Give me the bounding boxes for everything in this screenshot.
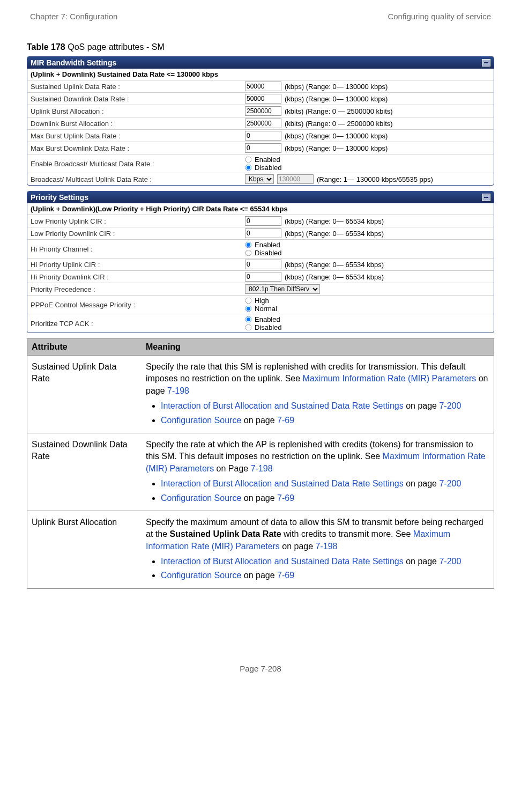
field-label: Broadcast/ Multicast Uplink Data Rate : xyxy=(27,175,245,183)
form-row: Max Burst Uplink Data Rate : (kbps) (Ran… xyxy=(27,129,494,142)
field-label: Priority Precedence : xyxy=(27,285,245,293)
radio-label: Enabled xyxy=(255,315,280,323)
link-config-source[interactable]: Configuration Source xyxy=(161,416,241,425)
link-burst-interaction[interactable]: Interaction of Burst Allocation and Sust… xyxy=(161,557,404,566)
field-label: Enable Broadcast/ Multicast Data Rate : xyxy=(27,160,245,168)
field-label: Uplink Burst Allocation : xyxy=(27,107,245,115)
text: on page xyxy=(404,479,440,488)
panel-header: MIR Bandwidth Settings xyxy=(27,57,494,69)
form-row: Hi Priority Uplink CIR : (kbps) (Range: … xyxy=(27,258,494,270)
page-ref-link[interactable]: 7-69 xyxy=(277,571,294,580)
form-row: Enable Broadcast/ Multicast Data Rate : … xyxy=(27,154,494,173)
field-label: Hi Priority Channel : xyxy=(27,245,245,253)
tcp-ack-disabled-radio[interactable]: Disabled xyxy=(245,323,282,331)
table-header-row: Attribute Meaning xyxy=(27,339,494,356)
broadcast-disabled-radio[interactable]: Disabled xyxy=(245,164,282,172)
field-label: Sustained Uplink Data Rate : xyxy=(27,83,245,91)
field-label: Downlink Burst Allocation : xyxy=(27,120,245,128)
downlink-burst-input[interactable] xyxy=(245,119,281,128)
list-item: Interaction of Burst Allocation and Sust… xyxy=(161,400,488,412)
field-hint: (kbps) (Range: 0— 65534 kbps) xyxy=(285,273,384,281)
max-burst-downlink-input[interactable] xyxy=(245,143,281,153)
hi-pri-downlink-cir-input[interactable] xyxy=(245,272,281,282)
form-row: PPPoE Control Message Priority : High No… xyxy=(27,295,494,314)
text: on Page xyxy=(214,464,251,473)
attr-name: Uplink Burst Allocation xyxy=(27,511,142,588)
pppoe-high-radio[interactable]: High xyxy=(245,297,277,305)
low-pri-downlink-cir-input[interactable] xyxy=(245,228,281,238)
attr-name: Sustained Downlink Data Rate xyxy=(27,433,142,511)
page-ref-link[interactable]: 7-198 xyxy=(316,542,338,551)
form-row: Low Priority Uplink CIR : (kbps) (Range:… xyxy=(27,215,494,227)
link-burst-interaction[interactable]: Interaction of Burst Allocation and Sust… xyxy=(161,401,404,410)
field-hint: (kbits) (Range: 0 — 2500000 kbits) xyxy=(285,107,393,115)
collapse-icon[interactable] xyxy=(482,194,490,201)
page-ref-link[interactable]: 7-198 xyxy=(251,464,273,473)
panel-title: Priority Settings xyxy=(31,193,88,202)
form-row: Broadcast/ Multicast Uplink Data Rate : … xyxy=(27,173,494,185)
broadcast-rate-input[interactable] xyxy=(277,174,314,184)
page-ref-link[interactable]: 7-198 xyxy=(167,386,189,395)
field-label: Low Priority Uplink CIR : xyxy=(27,217,245,225)
radio-label: Disabled xyxy=(255,164,282,172)
list-item: Configuration Source on page 7-69 xyxy=(161,570,488,581)
link-config-source[interactable]: Configuration Source xyxy=(161,571,241,580)
list-item: Configuration Source on page 7-69 xyxy=(161,492,488,504)
page-ref-link[interactable]: 7-200 xyxy=(439,557,461,566)
table-row: Sustained Uplink Data Rate Specify the r… xyxy=(27,356,494,433)
form-row: Sustained Uplink Data Rate : (kbps) (Ran… xyxy=(27,80,494,92)
attr-name: Sustained Uplink Data Rate xyxy=(27,356,142,433)
page-ref-link[interactable]: 7-200 xyxy=(439,401,461,410)
collapse-icon[interactable] xyxy=(482,59,490,67)
form-row: Hi Priority Downlink CIR : (kbps) (Range… xyxy=(27,270,494,283)
form-row: Prioritize TCP ACK : Enabled Disabled xyxy=(27,314,494,333)
hi-pri-uplink-cir-input[interactable] xyxy=(245,260,281,269)
section-label: Configuring quality of service xyxy=(388,12,491,21)
field-hint: (kbps) (Range: 0— 65534 kbps) xyxy=(285,217,384,225)
sustained-uplink-input[interactable] xyxy=(245,82,281,91)
panel-subheader: (Uplink + Downlink)(Low Priority + High … xyxy=(27,203,494,215)
table-row: Sustained Downlink Data Rate Specify the… xyxy=(27,433,494,511)
field-hint: (kbps) (Range: 0— 130000 kbps) xyxy=(285,144,388,152)
field-label: Sustained Downlink Data Rate : xyxy=(27,95,245,103)
hi-channel-enabled-radio[interactable]: Enabled xyxy=(245,241,282,249)
attr-meaning: Specify the maximum amount of data to al… xyxy=(142,511,494,588)
field-hint: (kbps) (Range: 0— 65534 kbps) xyxy=(285,261,384,269)
hi-channel-disabled-radio[interactable]: Disabled xyxy=(245,249,282,257)
mir-bandwidth-panel: MIR Bandwidth Settings (Uplink + Downlin… xyxy=(27,56,494,186)
page-number: Page 7-208 xyxy=(27,589,494,673)
list-item: Interaction of Burst Allocation and Sust… xyxy=(161,478,488,490)
pppoe-normal-radio[interactable]: Normal xyxy=(245,305,277,313)
link-burst-interaction[interactable]: Interaction of Burst Allocation and Sust… xyxy=(161,479,404,488)
radio-label: Enabled xyxy=(255,156,280,164)
broadcast-unit-select[interactable]: Kbps xyxy=(245,174,274,184)
field-label: Prioritize TCP ACK : xyxy=(27,320,245,328)
link-mir-parameters[interactable]: Maximum Information Rate (MIR) Parameter… xyxy=(303,374,477,383)
page-ref-link[interactable]: 7-200 xyxy=(439,479,461,488)
form-row: Downlink Burst Allocation : (kbits) (Ran… xyxy=(27,117,494,129)
page-ref-link[interactable]: 7-69 xyxy=(277,493,294,503)
field-label: Max Burst Downlink Data Rate : xyxy=(27,144,245,152)
field-hint: (kbps) (Range: 0— 130000 kbps) xyxy=(285,83,388,91)
panel-header: Priority Settings xyxy=(27,191,494,203)
form-row: Sustained Downlink Data Rate : (kbps) (R… xyxy=(27,92,494,105)
panel-title: MIR Bandwidth Settings xyxy=(31,58,116,67)
uplink-burst-input[interactable] xyxy=(245,106,281,116)
tcp-ack-enabled-radio[interactable]: Enabled xyxy=(245,315,282,323)
page-ref-link[interactable]: 7-69 xyxy=(277,416,294,425)
radio-label: Normal xyxy=(255,305,277,313)
text: on page xyxy=(241,571,277,580)
broadcast-enabled-radio[interactable]: Enabled xyxy=(245,156,282,164)
table-number: Table 178 xyxy=(27,42,65,51)
attr-meaning: Specify the rate at which the AP is repl… xyxy=(142,433,494,511)
sustained-downlink-input[interactable] xyxy=(245,94,281,104)
priority-precedence-select[interactable]: 802.1p Then DiffServ xyxy=(245,284,320,294)
chapter-label: Chapter 7: Configuration xyxy=(30,12,117,21)
field-label: Hi Priority Downlink CIR : xyxy=(27,273,245,281)
text: on page xyxy=(404,557,440,566)
field-label: Hi Priority Uplink CIR : xyxy=(27,261,245,269)
link-config-source[interactable]: Configuration Source xyxy=(161,493,241,503)
low-pri-uplink-cir-input[interactable] xyxy=(245,216,281,226)
text: on page xyxy=(404,401,440,410)
max-burst-uplink-input[interactable] xyxy=(245,131,281,141)
